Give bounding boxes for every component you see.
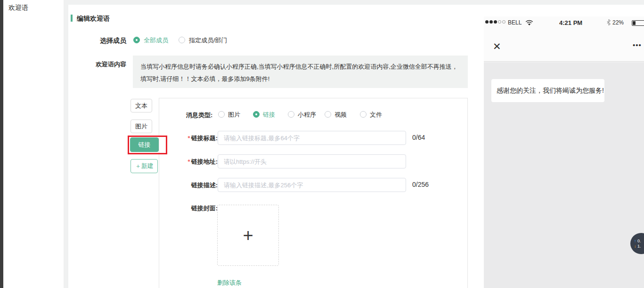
radio-type-video-label[interactable]: 视频: [334, 111, 347, 118]
required-mark: *: [188, 135, 190, 142]
radio-type-link[interactable]: 链接: [253, 111, 275, 119]
phone-preview: BELL 4:21 PM 22% ✕ ••• 感谢您的关注，我们将竭诚: [484, 16, 644, 288]
more-options-icon[interactable]: •••: [633, 41, 642, 48]
plus-icon[interactable]: +: [243, 226, 253, 244]
link-cover-label: 链接封面:: [184, 204, 218, 213]
link-desc-label: 链接描述:: [184, 181, 218, 190]
radio-type-image-label[interactable]: 图片: [228, 111, 240, 118]
radio-type-link-label[interactable]: 链接: [263, 111, 275, 118]
radio-type-file-label[interactable]: 文件: [370, 111, 382, 118]
delete-item-link[interactable]: 删除该条: [217, 279, 242, 287]
close-icon[interactable]: ✕: [493, 41, 501, 51]
radio-all-members[interactable]: 全部成员: [133, 36, 168, 45]
add-new-attachment-button[interactable]: ＋新建: [130, 159, 158, 173]
welcome-message-bubble: 感谢您的关注，我们将竭诚为您服务!: [491, 79, 604, 102]
radio-specified-members-label[interactable]: 指定成员/部门: [189, 37, 228, 44]
tab-image[interactable]: 图片: [130, 120, 152, 133]
welcome-content-notice: 当填写小程序信息时请务必确认小程序正确,当填写小程序信息不正确时,所配置的欢迎语…: [133, 56, 468, 88]
battery-icon: [632, 20, 644, 26]
radio-unselected-icon[interactable]: [218, 111, 225, 118]
radio-type-miniprogram-label[interactable]: 小程序: [298, 111, 316, 118]
radio-type-file[interactable]: 文件: [360, 111, 382, 119]
member-select-label: 选择成员: [93, 37, 126, 45]
left-rail: [0, 0, 3, 288]
radio-selected-icon[interactable]: [133, 37, 140, 43]
clock-label: 4:21 PM: [559, 19, 582, 26]
page-title: 编辑欢迎语: [77, 15, 110, 23]
radio-type-image[interactable]: 图片: [218, 111, 240, 119]
radio-unselected-icon[interactable]: [325, 111, 331, 118]
link-title-input[interactable]: [218, 131, 406, 145]
sidebar-item-welcome-message[interactable]: 欢迎语: [8, 4, 28, 12]
link-url-label: *链接地址:: [184, 158, 218, 166]
required-mark: *: [188, 158, 190, 165]
carrier-label: BELL: [508, 19, 522, 26]
upload-arrow-icon: ↑: [634, 239, 636, 243]
annotation-highlight-box: [128, 136, 167, 154]
bluetooth-icon: [606, 19, 611, 28]
download-arrow-icon: ↓: [634, 244, 636, 248]
link-desc-input[interactable]: [218, 178, 406, 192]
phone-nav-bar: ✕ •••: [484, 29, 644, 62]
radio-all-members-label[interactable]: 全部成员: [144, 37, 168, 44]
welcome-content-label: 欢迎语内容: [89, 60, 126, 69]
sidebar: 欢迎语: [3, 0, 64, 288]
link-title-counter: 0/64: [412, 134, 425, 141]
link-title-label: *链接标题:: [184, 134, 218, 143]
radio-type-video[interactable]: 视频: [325, 111, 347, 119]
battery-percent-label: 22%: [612, 19, 624, 26]
wifi-icon: [525, 19, 533, 28]
section-accent-bar: [71, 15, 73, 22]
cover-upload-box[interactable]: +: [217, 205, 279, 266]
radio-specified-members[interactable]: 指定成员/部门: [179, 36, 228, 45]
tab-text[interactable]: 文本: [130, 99, 152, 112]
radio-unselected-icon[interactable]: [360, 111, 367, 118]
radio-unselected-icon[interactable]: [179, 37, 185, 43]
radio-unselected-icon[interactable]: [288, 111, 294, 118]
chat-preview-area: 感谢您的关注，我们将竭诚为您服务!: [484, 62, 644, 288]
link-url-input[interactable]: [218, 154, 406, 168]
message-type-label: 消息类型:: [186, 111, 212, 120]
phone-status-bar: BELL 4:21 PM 22%: [484, 16, 644, 29]
page: 欢迎语 编辑欢迎语 选择成员 全部成员 指定成员/部门 欢迎语内容 当填写小程序…: [0, 0, 644, 288]
signal-strength-icon: [485, 20, 505, 24]
upload-speed-value: 0.: [637, 239, 641, 243]
radio-type-miniprogram[interactable]: 小程序: [288, 111, 316, 119]
attachment-form-panel: [159, 98, 468, 288]
download-speed-value: 1.: [637, 244, 641, 248]
link-desc-counter: 0/256: [412, 181, 429, 188]
radio-selected-icon[interactable]: [253, 111, 260, 118]
